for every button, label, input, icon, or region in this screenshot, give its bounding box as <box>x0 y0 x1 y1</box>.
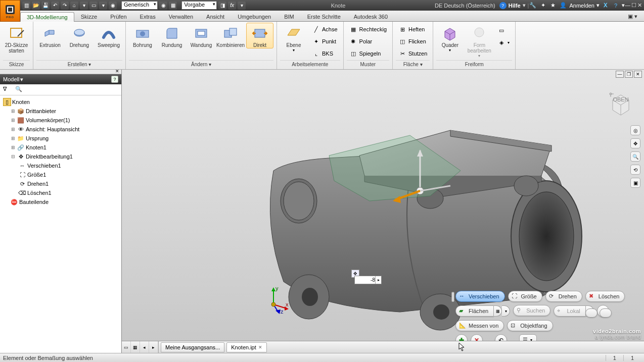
delete-mode-button[interactable]: ✖Löschen <box>585 291 625 302</box>
panel-caption-create[interactable]: Erstellen ▾ <box>36 60 122 69</box>
tree-subnode[interactable]: ⌫Löschen1 <box>1 188 120 197</box>
signin-dd[interactable]: ▾ <box>596 2 600 9</box>
tab-tools[interactable]: Extras <box>133 12 162 21</box>
new-icon[interactable]: ▥ <box>22 2 30 10</box>
start-2d-sketch-button[interactable]: 2D-Skizze starten <box>3 23 30 54</box>
revolve-button[interactable]: Drehung <box>66 23 93 48</box>
tree-node[interactable]: ⊞📁Ursprung <box>1 134 120 143</box>
close-button[interactable]: ✕ <box>637 2 642 9</box>
ribbon-collapse-icon[interactable]: ▣ ▾ <box>621 11 644 21</box>
exchange-icon[interactable]: Ⅹ <box>602 2 610 10</box>
nav-lookat-icon[interactable]: ▣ <box>630 178 640 188</box>
material-combo[interactable]: Generisch <box>121 1 158 10</box>
rect-pattern-button[interactable]: ▦Rechteckig <box>347 24 389 35</box>
browser-title-bar[interactable]: Modell▾ ? <box>0 74 121 84</box>
move-mode-button[interactable]: ↔Verschieben <box>455 291 505 302</box>
minimize-button[interactable]: — <box>625 2 630 9</box>
expand-icon[interactable]: ⊞ <box>10 136 16 141</box>
filter-mode-dd-icon[interactable]: ▦ <box>494 305 502 317</box>
edit-form-button[interactable]: Form bearbeiten▾ <box>466 23 493 59</box>
panel-caption-modify[interactable]: Ändern ▾ <box>129 60 273 69</box>
tab-inspect[interactable]: Prüfen <box>104 12 133 21</box>
sweep-button[interactable]: Sweeping <box>95 23 122 48</box>
direct-edit-button[interactable]: Direkt <box>246 23 273 48</box>
shell-button[interactable]: Wandung <box>188 23 215 48</box>
tab-a360[interactable]: Autodesk 360 <box>347 12 394 21</box>
view-cube[interactable]: OBEN <box>607 90 635 118</box>
distance-spinner[interactable]: ▸ <box>375 276 381 284</box>
fx-icon[interactable]: fx <box>228 2 236 10</box>
select-icon[interactable]: ▭ <box>89 2 98 10</box>
trim-button[interactable]: ✂Stutzen <box>396 48 430 59</box>
coord-mode-button[interactable]: ⌖Lokal <box>554 305 585 317</box>
home-dd-icon[interactable]: ▾ <box>80 2 88 10</box>
polar-pattern-button[interactable]: ✺Polar <box>347 36 389 47</box>
minitoolbar-grip[interactable] <box>451 292 454 302</box>
doc-tab-close-icon[interactable]: ✕ <box>258 345 262 350</box>
select-dd-icon[interactable]: ▾ <box>99 2 107 10</box>
tabview-1-icon[interactable]: ▭ <box>122 341 131 353</box>
open-icon[interactable]: 📂 <box>32 2 40 10</box>
tree-node[interactable]: ⊞🔗Knoten1 <box>1 143 120 152</box>
find-icon[interactable]: 🔍 <box>15 86 23 94</box>
fillet-button[interactable]: Rundung <box>158 23 186 48</box>
browser-close-icon[interactable]: ✕ <box>115 69 119 74</box>
tab-next-icon[interactable]: ▸ <box>149 341 158 353</box>
distance-input[interactable] <box>355 276 375 284</box>
appearance-swatch-icon[interactable]: ◉ <box>159 2 167 10</box>
tree-node[interactable]: ⊟✥Direktbearbeitung1 <box>1 152 120 161</box>
expand-icon[interactable]: ⊞ <box>10 109 16 114</box>
tab-sketch[interactable]: Skizze <box>74 12 104 21</box>
material-swatch-icon[interactable]: ◉ <box>109 2 117 10</box>
point-button[interactable]: ✦Punkt <box>309 36 340 47</box>
axis-button[interactable]: ╱Achse <box>309 24 340 35</box>
qat-overflow-icon[interactable]: ▾ <box>238 2 246 10</box>
size-mode-button[interactable]: ⛶Größe <box>508 291 542 302</box>
collapse-icon[interactable]: ⊟ <box>10 154 16 159</box>
patch-button[interactable]: ◫Flicken <box>396 36 430 47</box>
mdi-minimize-button[interactable]: — <box>616 71 624 78</box>
faces-dd-icon[interactable]: ▾ <box>502 305 510 317</box>
tree-node[interactable]: ⊞👁Ansicht: Hauptansicht <box>1 125 120 134</box>
box-button[interactable]: Quader▾ <box>436 23 464 53</box>
tool1-icon[interactable]: 🔧 <box>529 2 537 10</box>
tab-getstarted[interactable]: Erste Schritte <box>301 12 347 21</box>
doc-tab-current[interactable]: Knoten.ipt✕ <box>226 342 267 352</box>
mdi-restore-button[interactable]: ❐ <box>625 71 633 78</box>
filter-icon[interactable]: ∇ <box>3 86 11 94</box>
rotate-mode-button[interactable]: ⟳Drehen <box>545 291 582 302</box>
home-icon[interactable]: ⌂ <box>70 2 78 10</box>
tree-subnode[interactable]: ⟳Drehen1 <box>1 179 120 188</box>
hud-button-2[interactable] <box>600 308 612 318</box>
nav-orbit-icon[interactable]: ⟲ <box>630 165 640 175</box>
nav-zoom-icon[interactable]: 🔍 <box>630 151 640 162</box>
application-menu-button[interactable]: PRO <box>0 0 20 22</box>
stitch-button[interactable]: ⊞Heften <box>396 24 430 35</box>
tab-view[interactable]: Ansicht <box>200 12 231 21</box>
mdi-close-button[interactable]: ✕ <box>634 71 642 78</box>
help-icon[interactable]: ? <box>499 2 507 9</box>
nav-wheel-icon[interactable]: ◎ <box>630 125 640 135</box>
nav-pan-icon[interactable]: ✥ <box>630 138 640 148</box>
tree-node[interactable]: ⊞🟫Volumenkörper(1) <box>1 116 120 125</box>
undo-icon[interactable]: ↶ <box>51 2 59 10</box>
expand-icon[interactable]: ⊞ <box>10 127 16 132</box>
plane-button[interactable]: Ebene▾ <box>280 23 307 53</box>
panel-caption-surface[interactable]: Fläche ▾ <box>396 60 430 69</box>
doc-tab-home[interactable]: Meine Ausgangsans... <box>161 342 224 352</box>
tool2-icon[interactable]: ✦ <box>539 2 547 10</box>
help-label[interactable]: Hilfe <box>509 3 521 9</box>
locale-label[interactable]: DE Deutsch (Österreich) <box>435 3 495 9</box>
search-button[interactable]: ⚲Suchen <box>513 305 550 316</box>
tree-end[interactable]: ⛔Bauteilende <box>1 197 120 206</box>
measure-from-button[interactable]: 📐Messen von <box>455 320 504 331</box>
expand-icon[interactable]: ⊞ <box>10 145 16 150</box>
ucs-button[interactable]: ⌞BKS <box>309 48 340 59</box>
tab-prev-icon[interactable]: ◂ <box>140 341 149 353</box>
help-dd-icon[interactable]: ▾ <box>523 2 526 9</box>
hud-button-1[interactable] <box>585 308 597 318</box>
appearance-combo[interactable]: Vorgabe <box>181 1 217 10</box>
user-icon[interactable]: 👤 <box>559 2 567 10</box>
tab-environments[interactable]: Umgebungen <box>231 12 278 21</box>
browser-help-icon[interactable]: ? <box>111 76 118 83</box>
